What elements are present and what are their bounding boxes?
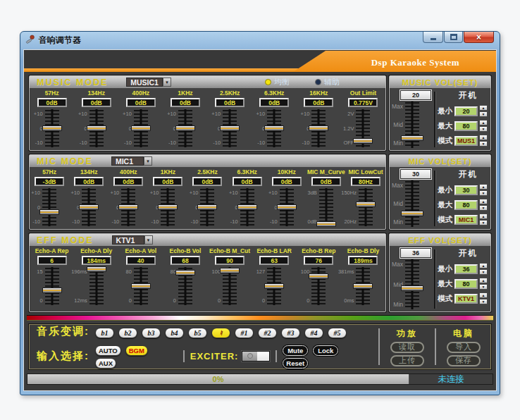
radio-equalizer[interactable]: 均衡 (265, 77, 290, 87)
spinner-up-icon[interactable]: ▲ (479, 184, 488, 190)
slider-handle[interactable] (42, 125, 62, 131)
vol-slider[interactable] (400, 259, 424, 310)
slider-handle[interactable] (220, 268, 240, 273)
eq-slider[interactable] (308, 109, 329, 148)
input-auto-button[interactable]: AUTO (95, 345, 121, 356)
slider-handle[interactable] (401, 285, 423, 291)
spinner-up-icon[interactable]: ▲ (479, 199, 488, 204)
slider-handle[interactable] (401, 135, 423, 141)
spinner-up-icon[interactable]: ▲ (479, 214, 488, 219)
sharp-key-button-3[interactable]: #3 (281, 328, 300, 338)
spinner-down-icon[interactable]: ▼ (479, 220, 488, 226)
slider-handle[interactable] (175, 270, 195, 276)
eq-slider[interactable] (219, 109, 240, 148)
slider-handle[interactable] (356, 202, 376, 207)
input-bgm-button[interactable]: BGM (125, 345, 148, 356)
setting-field[interactable]: 30 (454, 185, 478, 195)
eq-slider[interactable] (86, 266, 107, 306)
flat-key-button-2[interactable]: b2 (118, 328, 137, 338)
flat-key-button-3[interactable]: b3 (142, 328, 161, 338)
sharp-key-button-2[interactable]: #2 (258, 328, 277, 338)
slider-handle[interactable] (175, 125, 195, 131)
slider-handle[interactable] (309, 273, 328, 279)
setting-field[interactable]: KTV1 (454, 294, 478, 304)
spinner-up-icon[interactable]: ▲ (479, 278, 488, 283)
spinner-down-icon[interactable]: ▼ (479, 205, 488, 211)
slider-handle[interactable] (220, 125, 240, 131)
spinner-up-icon[interactable]: ▲ (479, 135, 488, 140)
amp-read-button[interactable]: 读取 (390, 342, 424, 353)
eq-slider[interactable] (86, 109, 107, 148)
maximize-button[interactable] (444, 32, 463, 43)
eq-slider[interactable] (355, 187, 376, 227)
slider-handle[interactable] (309, 125, 328, 131)
sharp-key-button-4[interactable]: #4 (304, 328, 323, 338)
input-aux-button[interactable]: AUX (95, 358, 116, 369)
lock-button[interactable]: Lock (313, 345, 338, 356)
spinner-down-icon[interactable]: ▼ (479, 190, 488, 196)
eq-slider[interactable] (308, 266, 329, 306)
slider-handle[interactable] (87, 266, 106, 272)
spinner-down-icon[interactable]: ▼ (479, 126, 488, 132)
eq-slider[interactable] (264, 266, 285, 306)
eq-slider[interactable] (130, 109, 151, 148)
pc-save-button[interactable]: 保存 (447, 355, 481, 366)
reset-button[interactable]: Reset (283, 358, 308, 369)
chevron-down-icon[interactable]: ▼ (144, 156, 152, 166)
close-button[interactable]: × (464, 32, 494, 43)
eq-slider[interactable] (175, 109, 196, 148)
slider-handle[interactable] (401, 211, 423, 216)
spinner-up-icon[interactable]: ▲ (479, 263, 488, 268)
flat-key-button-4[interactable]: b4 (165, 328, 184, 338)
setting-field[interactable]: MUS1 (454, 136, 478, 146)
eq-slider[interactable] (352, 266, 373, 306)
vol-slider[interactable] (400, 101, 424, 149)
slider-handle[interactable] (42, 288, 62, 293)
slider-handle[interactable] (353, 283, 373, 289)
slider-handle[interactable] (264, 283, 284, 289)
slider-handle[interactable] (87, 125, 106, 131)
spinner-down-icon[interactable]: ▼ (479, 111, 488, 117)
eq-slider[interactable] (175, 266, 196, 306)
spinner-down-icon[interactable]: ▼ (479, 299, 488, 304)
amp-upload-button[interactable]: 上传 (390, 355, 424, 366)
slider-handle[interactable] (131, 283, 151, 289)
preset-dropdown[interactable]: KTV1▼ (112, 235, 153, 245)
sharp-key-button-1[interactable]: #1 (235, 328, 254, 338)
chevron-down-icon[interactable]: ▼ (144, 235, 153, 245)
slider-handle[interactable] (264, 125, 284, 131)
preset-dropdown[interactable]: MIC1▼ (111, 156, 152, 166)
setting-field[interactable]: 80 (454, 200, 478, 210)
eq-slider[interactable] (219, 266, 240, 306)
eq-slider[interactable] (264, 109, 285, 148)
eq-slider[interactable] (130, 266, 151, 306)
setting-field[interactable]: 80 (454, 121, 478, 131)
mute-button[interactable]: Mute (283, 345, 308, 356)
spinner-up-icon[interactable]: ▲ (479, 105, 488, 111)
natural-key-button[interactable]: ♮ (211, 328, 230, 338)
vol-slider[interactable] (400, 180, 424, 228)
slider-handle[interactable] (131, 125, 151, 131)
radio-auxiliary[interactable]: 辅助 (315, 77, 340, 87)
exciter-toggle[interactable] (242, 351, 270, 362)
spinner-down-icon[interactable]: ▼ (479, 284, 488, 290)
slider-handle[interactable] (277, 204, 297, 210)
eq-slider[interactable] (352, 109, 373, 148)
setting-field[interactable]: MIC1 (454, 215, 478, 225)
slider-handle[interactable] (353, 138, 373, 144)
pc-import-button[interactable]: 导入 (447, 342, 481, 353)
setting-field[interactable]: 36 (454, 264, 478, 274)
spinner-up-icon[interactable]: ▲ (479, 120, 488, 125)
chevron-down-icon[interactable]: ▼ (163, 78, 171, 87)
setting-field[interactable]: 20 (454, 106, 478, 116)
sharp-key-button-5[interactable]: #5 (328, 328, 347, 338)
setting-field[interactable]: 80 (454, 279, 478, 289)
preset-dropdown[interactable]: MUSIC1▼ (126, 78, 171, 87)
spinner-down-icon[interactable]: ▼ (479, 141, 488, 147)
eq-slider[interactable] (42, 266, 63, 306)
minimize-button[interactable] (423, 32, 443, 43)
spinner-down-icon[interactable]: ▼ (479, 269, 488, 275)
eq-slider[interactable] (42, 109, 63, 148)
flat-key-button-1[interactable]: b1 (95, 328, 114, 338)
spinner-up-icon[interactable]: ▲ (479, 292, 488, 298)
